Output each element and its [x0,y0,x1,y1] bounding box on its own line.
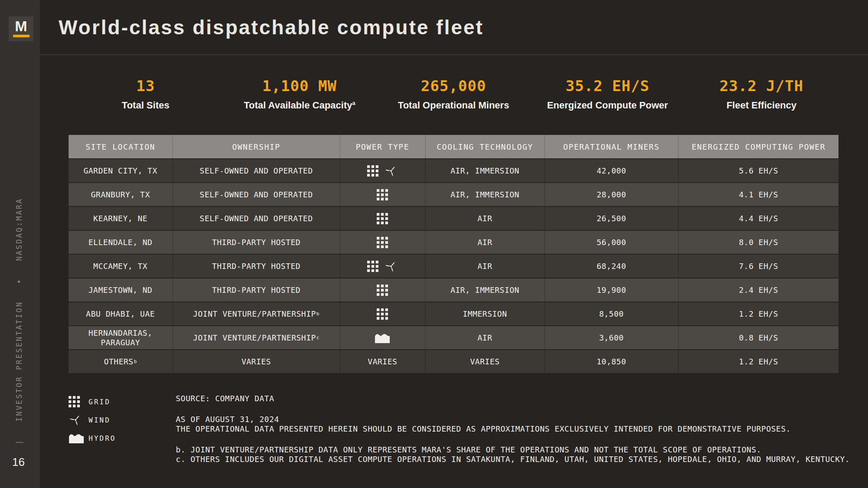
grid-icon [367,165,378,177]
wind-icon [384,259,398,273]
footnote-marker: c [316,335,319,341]
cell-power-type [339,255,425,278]
col-header-energized-computing-power: ENERGIZED COMPUTING POWER [678,135,838,158]
cell-energized: 0.8 EH/S [678,326,838,349]
cell-cooling: AIR, IMMERSION [425,278,544,301]
stat-label: Total Sites [69,100,223,111]
stat-value: 1,100 MW [223,77,377,95]
as-of-note: AS OF AUGUST 31, 2024 [176,415,853,424]
slide-content: World-class dispatchable compute fleet 1… [40,0,868,488]
slide-root: M | INVESTOR PRESENTATION • NASDAQ:MARA … [0,0,868,488]
cell-ownership: THIRD-PARTY HOSTED [172,231,339,254]
power-type-legend: GRID WIND HYDRO [69,393,116,447]
cell-cooling: AIR [425,255,544,278]
cell-power-type [339,207,425,230]
page-number: 16 [12,455,25,469]
cell-power-type [339,159,425,182]
cell-miners: 3,600 [544,326,678,349]
cell-energized: 2.4 EH/S [678,278,838,301]
cell-energized: 4.4 EH/S [678,207,838,230]
legend-item-hydro: HYDRO [69,429,116,447]
table-header-row: SITE LOCATION OWNERSHIP POWER TYPE COOLI… [69,135,838,159]
cell-miners: 56,000 [544,231,678,254]
stat-total-miners: 265,000 Total Operational Miners [377,77,531,111]
grid-icon [367,261,378,272]
legend-item-wind: WIND [69,411,116,429]
cell-site: MCCAMEY, TX [69,255,172,278]
cell-energized: 8.0 EH/S [678,231,838,254]
title-bar: World-class dispatchable compute fleet [40,0,868,55]
source-note: SOURCE: COMPANY DATA [176,394,853,403]
cell-site: JAMESTOWN, ND [69,278,172,301]
disclaimer-note: THE OPERATIONAL DATA PRESENTED HEREIN SH… [176,424,853,434]
cell-ownership: SELF-OWNED AND OPERATED [172,159,339,182]
cell-ownership: SELF-OWNED AND OPERATED [172,207,339,230]
grid-icon [69,396,89,407]
stat-label: Energized Compute Power [530,100,684,111]
cell-site: HERNANDARIAS, PARAGUAY [69,326,172,349]
footnote-marker: a [352,100,355,106]
cell-cooling: AIR, IMMERSION [425,183,544,206]
table-row: KEARNEY, NE SELF-OWNED AND OPERATED AIR … [69,207,838,231]
cell-power-type: VARIES [339,350,425,373]
cell-miners: 68,240 [544,255,678,278]
stat-label: Fleet Efficiency [684,100,838,111]
hydro-icon [69,432,89,444]
cell-energized: 5.6 EH/S [678,159,838,182]
cell-energized: 1.2 EH/S [678,302,838,325]
legend-label: HYDRO [89,434,116,442]
table-row: GARDEN CITY, TX SELF-OWNED AND OPERATED … [69,159,838,183]
cell-ownership: SELF-OWNED AND OPERATED [172,183,339,206]
grid-icon [377,285,388,296]
cell-miners: 10,850 [544,350,678,373]
cell-site: GARDEN CITY, TX [69,159,172,182]
cell-cooling: AIR [425,207,544,230]
hydro-icon [375,332,390,344]
cell-cooling: IMMERSION [425,302,544,325]
cell-miners: 19,900 [544,278,678,301]
cell-cooling: AIR [425,231,544,254]
table-row: JAMESTOWN, ND THIRD-PARTY HOSTED AIR, IM… [69,278,838,302]
stat-fleet-efficiency: 23.2 J/TH Fleet Efficiency [684,77,838,111]
logo-underline [13,35,30,37]
cell-power-type [339,231,425,254]
col-header-operational-miners: OPERATIONAL MINERS [544,135,678,158]
table-row: HERNANDARIAS, PARAGUAY JOINT VENTURE/PAR… [69,326,838,350]
stat-value: 35.2 EH/S [530,77,684,95]
stat-label: Total Operational Miners [377,100,531,111]
cell-ownership: JOINT VENTURE/PARTNERSHIPb [172,302,339,325]
cell-energized: 4.1 EH/S [678,183,838,206]
col-header-power-type: POWER TYPE [339,135,425,158]
footnote-marker: b [316,311,319,317]
footnote-b: b. JOINT VENTURE/PARTNERSHIP DATA ONLY R… [176,445,853,455]
cell-energized: 1.2 EH/S [678,350,838,373]
cell-site: GRANBURY, TX [69,183,172,206]
cell-power-type [339,326,425,349]
cell-miners: 28,000 [544,183,678,206]
table-row: MCCAMEY, TX THIRD-PARTY HOSTED AIR 68,24… [69,255,838,278]
cell-site: ABU DHABI, UAE [69,302,172,325]
grid-icon [377,237,388,248]
table-row: ELLENDALE, ND THIRD-PARTY HOSTED AIR 56,… [69,231,838,255]
table-row: OTHERSb VARIES VARIES VARIES 10,850 1.2 … [69,350,838,374]
cell-cooling: AIR, IMMERSION [425,159,544,182]
sidebar-vertical-text: | INVESTOR PRESENTATION • NASDAQ:MARA [15,208,23,445]
legend-label: WIND [89,416,111,424]
grid-icon [377,189,388,200]
cell-ownership: THIRD-PARTY HOSTED [172,255,339,278]
stat-value: 265,000 [377,77,531,95]
cell-site: ELLENDALE, ND [69,231,172,254]
cell-site: OTHERSb [69,350,172,373]
wind-icon [69,413,89,427]
stat-compute-power: 35.2 EH/S Energized Compute Power [530,77,684,111]
cell-power-type [339,183,425,206]
wind-icon [384,164,398,178]
stat-value: 13 [69,77,223,95]
cell-ownership: JOINT VENTURE/PARTNERSHIPc [172,326,339,349]
stat-total-capacity: 1,100 MW Total Available Capacitya [223,77,377,111]
col-header-site-location: SITE LOCATION [69,135,172,158]
footnote-marker: b [134,359,137,364]
grid-icon [377,213,388,224]
cell-miners: 8,500 [544,302,678,325]
col-header-ownership: OWNERSHIP [172,135,339,158]
